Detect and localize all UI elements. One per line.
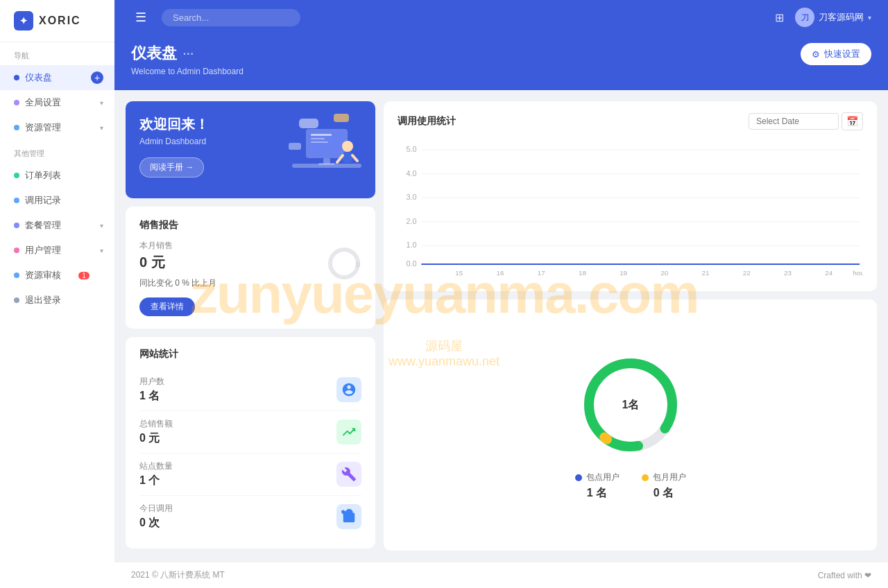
sidebar-item-label-user: 用户管理 bbox=[25, 244, 61, 257]
legend-dot-row-2: 包月用户 bbox=[642, 472, 686, 483]
add-dashboard-btn[interactable]: + bbox=[91, 71, 103, 84]
date-select-input[interactable] bbox=[749, 113, 839, 130]
svg-text:17: 17 bbox=[538, 269, 545, 277]
sidebar-item-package-mgmt[interactable]: 套餐管理 ▾ bbox=[0, 213, 114, 238]
topbar-right: ⊞ 刀 刀客源码网 ▾ bbox=[775, 8, 871, 27]
sidebar-item-user-mgmt[interactable]: 用户管理 ▾ bbox=[0, 238, 114, 263]
compare-label: 同比变化 bbox=[139, 278, 173, 288]
menu-toggle-btn[interactable]: ☰ bbox=[131, 10, 151, 25]
sales-row: 本月销售 0 元 同比变化 0 % 比上月 bbox=[139, 240, 361, 289]
read-manual-btn[interactable]: 阅读手册 → bbox=[139, 157, 204, 178]
sidebar-item-resource-mgmt[interactable]: 资源管理 ▾ bbox=[0, 115, 114, 140]
svg-text:1名: 1名 bbox=[622, 399, 639, 410]
month-label: 本月销售 bbox=[139, 240, 216, 252]
svg-point-15 bbox=[330, 250, 358, 277]
usage-chart-card: 调用使用统计 📅 5.0 4.0 3.0 2.0 1.0 0.0 bbox=[384, 101, 877, 291]
svg-text:0.0: 0.0 bbox=[407, 259, 417, 268]
nav-dot-order bbox=[14, 173, 19, 178]
svg-text:3.0: 3.0 bbox=[407, 193, 417, 201]
nav-dot-audit bbox=[14, 273, 19, 278]
footer: 2021 © 八斯计费系统 MT Crafted with ❤ bbox=[114, 562, 888, 588]
stat-item-calls: 今日调用 0 次 bbox=[139, 496, 361, 537]
chevron-global-icon: ▾ bbox=[100, 99, 103, 107]
nav-dot-package bbox=[14, 223, 19, 228]
nav-dot-call bbox=[14, 198, 19, 203]
svg-text:5.0: 5.0 bbox=[407, 145, 417, 153]
month-value: 0 元 bbox=[139, 253, 216, 272]
stat-item-sites-text: 站点数量 1 个 bbox=[139, 460, 173, 488]
svg-text:18: 18 bbox=[579, 269, 586, 277]
stat-item-sales: 总销售额 0 元 bbox=[139, 411, 361, 453]
legend-dot-package-month bbox=[642, 474, 649, 481]
chevron-resource-icon: ▾ bbox=[100, 124, 103, 132]
stat-item-users: 用户数 1 名 bbox=[139, 369, 361, 411]
svg-text:22: 22 bbox=[743, 269, 751, 277]
right-panel: 调用使用统计 📅 5.0 4.0 3.0 2.0 1.0 0.0 bbox=[384, 101, 877, 551]
nav-section-label: 导航 bbox=[0, 42, 114, 65]
svg-text:23: 23 bbox=[784, 269, 792, 277]
sites-value: 1 个 bbox=[139, 474, 173, 488]
sales-right bbox=[327, 246, 361, 284]
donut-panel: 1名 包点用户 1 名 包月 bbox=[384, 300, 877, 551]
site-stats-title: 网站统计 bbox=[139, 348, 361, 361]
svg-text:15: 15 bbox=[455, 269, 463, 277]
user-chevron-icon: ▾ bbox=[868, 14, 871, 21]
stat-item-sites: 站点数量 1 个 bbox=[139, 453, 361, 496]
left-panel: 欢迎回来！ Admin Dashboard 阅读手册 → bbox=[126, 101, 375, 551]
svg-text:16: 16 bbox=[497, 269, 504, 277]
view-details-btn[interactable]: 查看详情 bbox=[139, 297, 195, 316]
svg-text:19: 19 bbox=[620, 269, 627, 277]
calls-value: 0 次 bbox=[139, 516, 173, 530]
sidebar-item-resource-audit[interactable]: 资源审核 1 bbox=[0, 263, 114, 288]
sidebar-item-dashboard[interactable]: 仪表盘 + bbox=[0, 65, 114, 90]
svg-rect-6 bbox=[323, 158, 330, 164]
logo-text: XORIC bbox=[39, 15, 81, 27]
users-icon bbox=[336, 377, 361, 402]
footer-left: 2021 © 八斯计费系统 MT bbox=[131, 569, 225, 581]
welcome-card: 欢迎回来！ Admin Dashboard 阅读手册 → bbox=[126, 101, 375, 198]
users-label: 用户数 bbox=[139, 376, 164, 388]
svg-rect-12 bbox=[299, 119, 318, 128]
search-input[interactable] bbox=[162, 9, 300, 26]
calendar-icon[interactable]: 📅 bbox=[842, 112, 863, 130]
svg-line-11 bbox=[352, 155, 357, 161]
sales-donut-chart bbox=[327, 246, 361, 281]
sidebar-item-order-list[interactable]: 订单列表 bbox=[0, 163, 114, 188]
chart-title: 调用使用统计 bbox=[398, 115, 456, 128]
svg-rect-13 bbox=[334, 114, 349, 122]
sidebar-item-global-settings[interactable]: 全局设置 ▾ bbox=[0, 90, 114, 115]
grid-icon[interactable]: ⊞ bbox=[775, 11, 784, 24]
nav-dot-resource bbox=[14, 125, 19, 130]
sales-label: 总销售额 bbox=[139, 418, 173, 430]
topbar: ☰ ⊞ 刀 刀客源码网 ▾ bbox=[114, 0, 888, 35]
quick-settings-btn[interactable]: ⚙ 快速设置 bbox=[801, 43, 871, 65]
welcome-illustration bbox=[285, 108, 368, 184]
logo-icon: ✦ bbox=[14, 11, 33, 31]
sales-icon bbox=[336, 420, 361, 444]
legend-value-package-point: 1 名 bbox=[587, 486, 607, 501]
sidebar-item-logout[interactable]: 退出登录 bbox=[0, 288, 114, 313]
svg-rect-3 bbox=[311, 134, 332, 136]
legend-label-package-month: 包月用户 bbox=[653, 472, 686, 483]
sidebar-item-label-audit: 资源审核 bbox=[25, 269, 61, 282]
svg-rect-14 bbox=[289, 143, 301, 150]
logo-area: ✦ XORIC bbox=[0, 0, 114, 42]
svg-text:21: 21 bbox=[702, 269, 710, 277]
user-menu[interactable]: 刀 刀客源码网 ▾ bbox=[795, 8, 871, 27]
svg-rect-9 bbox=[343, 152, 352, 163]
svg-text:hour: hour bbox=[853, 269, 863, 277]
legend-dot-package-point bbox=[575, 474, 582, 481]
legend-value-package-month: 0 名 bbox=[654, 486, 674, 501]
nav-dot-dashboard bbox=[14, 75, 19, 80]
footer-right: Crafted with ❤ bbox=[818, 571, 871, 580]
date-select-wrapper: 📅 bbox=[749, 112, 863, 130]
sidebar-item-call-records[interactable]: 调用记录 bbox=[0, 188, 114, 213]
sales-card: 销售报告 本月销售 0 元 同比变化 0 % 比上月 bbox=[126, 207, 375, 329]
usage-line-chart: 5.0 4.0 3.0 2.0 1.0 0.0 15 16 17 bbox=[398, 139, 863, 277]
sales-left: 本月销售 0 元 同比变化 0 % 比上月 bbox=[139, 240, 216, 289]
page-header: 仪表盘 ⋯ Welcome to Admin Dashboard ⚙ 快速设置 bbox=[114, 35, 888, 90]
sidebar: ✦ XORIC 导航 仪表盘 + 全局设置 ▾ 资源管理 ▾ 其他管理 订单列表… bbox=[0, 0, 114, 588]
chevron-package-icon: ▾ bbox=[100, 222, 103, 230]
user-name: 刀客源码网 bbox=[819, 11, 864, 24]
stat-item-calls-text: 今日调用 0 次 bbox=[139, 503, 173, 530]
